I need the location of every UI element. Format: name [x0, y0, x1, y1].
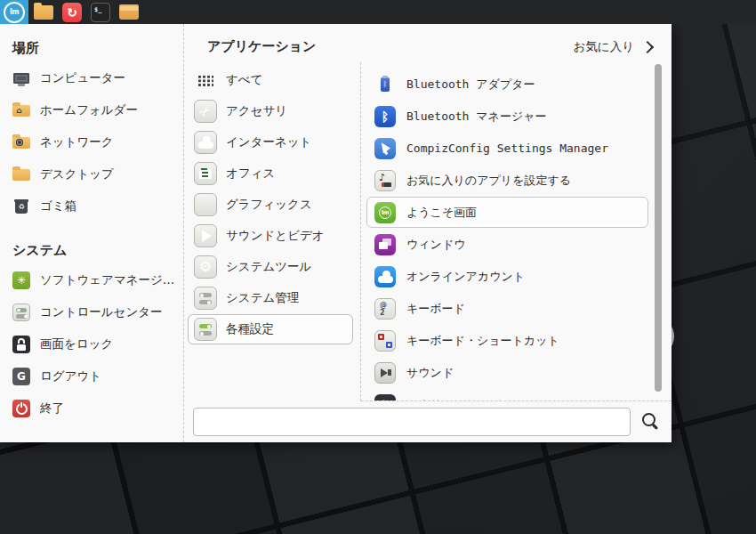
- category-item[interactable]: グラフィックス: [188, 190, 353, 220]
- app-label: Bluetooth アダプター: [406, 77, 535, 93]
- app-item[interactable]: お気に入りのアプリを設定する: [366, 165, 648, 196]
- sidebar-item[interactable]: デスクトップ: [12, 158, 183, 190]
- category-item[interactable]: アクセサリ: [188, 96, 353, 126]
- places-title: 場所: [12, 40, 183, 57]
- administration-icon: [194, 287, 217, 310]
- menu-button[interactable]: [0, 0, 28, 24]
- trash-icon: [12, 198, 30, 215]
- favorites-link[interactable]: お気に入り: [574, 39, 655, 55]
- category-item[interactable]: インターネット: [188, 127, 353, 158]
- compiz-icon: [374, 138, 396, 159]
- category-label: サウンドとビデオ: [226, 228, 325, 244]
- app-label: キーボード・ショートカット: [406, 333, 559, 349]
- sidebar-item[interactable]: ⌂ ホームフォルダー: [12, 94, 183, 126]
- app-item[interactable]: CompizConfig Settings Manager: [366, 133, 648, 164]
- app-item[interactable]: ようこそ画面: [366, 197, 648, 228]
- bluetooth-manager-icon: [374, 106, 396, 127]
- app-list: Bluetooth アダプター Bluetooth マネージャー CompizC…: [361, 62, 672, 401]
- category-label: システム管理: [226, 290, 299, 306]
- menu-body: すべて アクセサリ インターネット オフィス グラフィックス: [184, 62, 672, 401]
- category-item[interactable]: サウンドとビデオ: [188, 221, 353, 251]
- folder: [34, 5, 53, 20]
- lock-icon: [12, 336, 30, 353]
- sidebar-item[interactable]: コントロールセンター: [12, 296, 183, 328]
- app-item[interactable]: Bluetooth アダプター: [366, 69, 648, 100]
- chevron-right-icon: [641, 40, 654, 53]
- shutdown-icon: [12, 400, 30, 417]
- logout-icon: [12, 368, 30, 385]
- keyboard-icon: [374, 298, 396, 320]
- places-list: コンピューター ⌂ ホームフォルダー ネットワーク デスクトップ ゴミ箱: [12, 62, 183, 222]
- category-label: グラフィックス: [226, 197, 312, 213]
- app-item[interactable]: スクリーンセーバーのテーマ: [366, 389, 648, 401]
- sidebar-item[interactable]: ネットワーク: [12, 126, 183, 158]
- app-list-scrollbar[interactable]: [655, 64, 662, 395]
- sidebar-item-label: デスクトップ: [40, 166, 114, 182]
- bluetooth-adapter-icon: [374, 74, 396, 95]
- app-item[interactable]: キーボード・ショートカット: [366, 325, 648, 356]
- menu-main: アプリケーション お気に入り すべて アクセサリ: [184, 24, 672, 442]
- menu-header: アプリケーション お気に入り: [184, 24, 672, 62]
- category-item[interactable]: システムツール: [188, 252, 353, 282]
- category-item[interactable]: 各種設定: [188, 314, 353, 344]
- timeshift-launcher[interactable]: [59, 0, 85, 24]
- category-label: 各種設定: [226, 321, 274, 337]
- category-label: すべて: [226, 72, 262, 88]
- app-item[interactable]: Bluetooth マネージャー: [366, 101, 648, 132]
- category-label: アクセサリ: [226, 103, 287, 119]
- app-item[interactable]: ウィンドウ: [366, 229, 648, 260]
- app-item[interactable]: キーボード: [366, 293, 648, 324]
- sidebar-item[interactable]: コンピューター: [12, 62, 183, 94]
- category-item[interactable]: システム管理: [188, 283, 353, 313]
- app-label: キーボード: [406, 301, 465, 317]
- category-label: オフィス: [226, 166, 275, 182]
- sidebar-item[interactable]: ソフトウェアマネージ…: [12, 264, 183, 296]
- control-center-icon: [12, 303, 30, 321]
- terminal: [91, 3, 110, 22]
- app-item[interactable]: サウンド: [366, 357, 648, 388]
- search-area: [184, 401, 672, 442]
- system-list: ソフトウェアマネージ… コントロールセンター 画面をロック ログアウト 終了: [12, 264, 183, 425]
- app-item[interactable]: オンラインアカウント: [366, 261, 648, 292]
- windows-icon: [374, 234, 396, 255]
- mint-logo: [4, 2, 25, 23]
- app-label: オンラインアカウント: [406, 269, 525, 285]
- category-list: すべて アクセサリ インターネット オフィス グラフィックス: [184, 62, 361, 401]
- app-label: スクリーンセーバーのテーマ: [406, 397, 559, 402]
- sidebar-item[interactable]: ゴミ箱: [12, 190, 183, 222]
- sound-video-icon: [194, 224, 217, 247]
- preferred-apps-icon: [374, 170, 396, 191]
- category-item[interactable]: すべて: [188, 65, 353, 95]
- sidebar-item-label: 画面をロック: [40, 336, 113, 352]
- show-desktop-button[interactable]: [30, 0, 57, 24]
- app-label: サウンド: [406, 365, 454, 381]
- sidebar-item-label: ログアウト: [40, 368, 101, 384]
- sidebar-item[interactable]: ログアウト: [12, 360, 183, 392]
- app-label: ようこそ画面: [406, 205, 477, 221]
- top-panel: [0, 0, 756, 24]
- desktop-folder-icon: [12, 166, 30, 183]
- search-icon[interactable]: [641, 412, 661, 432]
- sidebar-item-label: ゴミ箱: [40, 198, 76, 214]
- graphics-icon: [194, 193, 217, 216]
- category-label: システムツール: [226, 259, 311, 275]
- category-item[interactable]: オフィス: [188, 158, 353, 189]
- sidebar-item-label: ネットワーク: [40, 134, 114, 150]
- system-tools-icon: [194, 255, 217, 279]
- sidebar-item[interactable]: 終了: [12, 392, 183, 425]
- sidebar-item-label: コンピューター: [40, 70, 125, 86]
- file-manager-launcher[interactable]: [116, 0, 142, 24]
- terminal-launcher[interactable]: [87, 0, 114, 24]
- network-folder-icon: [12, 134, 30, 151]
- preferences-icon: [194, 318, 217, 341]
- sidebar-item-label: 終了: [40, 400, 64, 417]
- scrollbar-thumb[interactable]: [655, 64, 662, 392]
- all-apps-icon: [194, 69, 217, 92]
- search-input[interactable]: [193, 408, 631, 436]
- mint-menu-popup: 場所 コンピューター ⌂ ホームフォルダー ネットワーク デスクトップ: [0, 24, 672, 442]
- sidebar-item[interactable]: 画面をロック: [12, 328, 183, 360]
- screensaver-icon: [374, 394, 396, 402]
- app-label: CompizConfig Settings Manager: [406, 142, 608, 155]
- mint-welcome-icon: [374, 202, 396, 223]
- sidebar-item-label: ホームフォルダー: [40, 102, 138, 118]
